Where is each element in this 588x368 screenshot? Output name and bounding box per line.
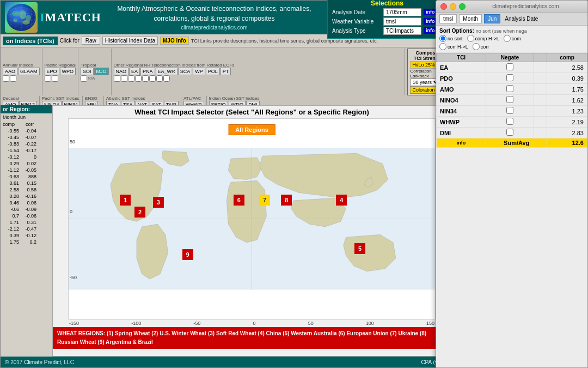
wp-check[interactable]: [149, 75, 156, 82]
maximize-btn[interactable]: [459, 3, 465, 10]
tci-table: TCI Negate comp EA 2.58 PDO 0.39 AMO 1.7…: [436, 53, 587, 148]
region-7-marker[interactable]: 7: [259, 195, 270, 206]
wpo-btn[interactable]: WPO: [60, 68, 76, 75]
left-sidebar: or Region: Month Jun comp corr -0.55-0.0…: [1, 105, 52, 323]
no-sort-radio[interactable]: [439, 35, 446, 42]
historical-btn[interactable]: Historical Index Data: [102, 37, 158, 45]
right-panel-table-container: TCI Negate comp EA 2.58 PDO 0.39 AMO 1.7…: [436, 53, 587, 148]
raw-btn[interactable]: Raw: [82, 37, 100, 45]
region-8-marker[interactable]: 8: [281, 195, 292, 206]
epo-check[interactable]: [45, 75, 51, 82]
region-1-marker[interactable]: 1: [120, 195, 131, 206]
sidebar-row: -0.83-0.22: [1, 141, 52, 147]
com-radio[interactable]: [504, 35, 511, 42]
y-label-neg50: -50: [70, 275, 77, 280]
sidebar-row: -0.120: [1, 154, 52, 160]
corr-radio[interactable]: [473, 43, 480, 50]
sort-options: Sort Options: no sort (use when nega no …: [436, 26, 587, 53]
ea-wr-check[interactable]: [135, 75, 142, 82]
sidebar-row: -1.12-0.05: [1, 167, 52, 173]
table-row: WHWP 2.19: [437, 117, 587, 128]
jun-btn[interactable]: Jun: [484, 14, 500, 23]
sca-check[interactable]: [142, 75, 149, 82]
table-row: NINO4 1.62: [437, 95, 587, 106]
table-row: EA 2.58: [437, 62, 587, 73]
ea-btn[interactable]: EA: [129, 68, 140, 75]
wp-btn[interactable]: WP: [193, 68, 205, 75]
analysis-date-info-btn[interactable]: info: [424, 9, 437, 15]
main-content: Wheat TCI Impact Selector (Select "All R…: [52, 105, 451, 357]
month-btn[interactable]: Month: [459, 14, 482, 23]
map-title: Wheat TCI Impact Selector (Select "All R…: [53, 106, 451, 118]
sidebar-row: 0.610.15: [1, 180, 52, 186]
all-regions-btn[interactable]: All Regions: [228, 124, 275, 135]
nao-btn[interactable]: NAO: [114, 68, 129, 75]
globe-icon: [5, 2, 38, 33]
sidebar-row: -0.45-0.07: [1, 134, 52, 141]
hi-lo-btn[interactable]: Hi/Lo 25%: [410, 61, 437, 69]
region-5-marker[interactable]: 5: [354, 243, 365, 254]
pol-check[interactable]: [156, 75, 163, 82]
ea-wr-btn[interactable]: EA_WR: [156, 68, 177, 75]
mjo-btn[interactable]: MJO info: [160, 37, 189, 45]
table-row: AMO 1.75: [437, 84, 587, 95]
negate-check-3[interactable]: [506, 96, 513, 103]
region-6-marker[interactable]: 6: [234, 195, 244, 206]
table-row: PDO 0.39: [437, 73, 587, 84]
y-label-0: 0: [70, 209, 72, 214]
right-panel: climatepredictanalytics.com tmsl Month J…: [436, 0, 588, 368]
pna-btn[interactable]: PNA: [140, 68, 155, 75]
pol-btn[interactable]: POL: [206, 68, 220, 75]
sidebar-row: 1.710.31: [1, 219, 52, 226]
ea-check[interactable]: [121, 75, 127, 82]
close-btn[interactable]: [440, 3, 447, 10]
aao-check[interactable]: [3, 75, 9, 82]
negate-check-1[interactable]: [506, 74, 513, 81]
nao-check[interactable]: [114, 75, 120, 82]
sidebar-row: 0.290.02: [1, 160, 52, 167]
mjo-idx-btn[interactable]: MJO: [94, 68, 109, 75]
field-btn[interactable]: tmsl: [439, 14, 457, 23]
pna-check[interactable]: [128, 75, 134, 82]
analysis-date-label: Analysis Date: [505, 16, 538, 22]
comp-hl-radio[interactable]: [467, 35, 474, 42]
negate-check-4[interactable]: [506, 107, 513, 114]
sidebar-row: 0.28-0.16: [1, 193, 52, 200]
soi-btn[interactable]: SOI: [81, 68, 94, 75]
sidebar-row: -0.55-0.04: [1, 128, 52, 134]
negate-check-0[interactable]: [506, 63, 513, 70]
aao-btn[interactable]: AAO: [3, 68, 17, 75]
negate-check-5[interactable]: [506, 118, 513, 125]
soi-check[interactable]: [81, 75, 87, 82]
svg-point-1: [12, 11, 21, 16]
negate-check-6[interactable]: [506, 129, 513, 136]
pt-check[interactable]: [163, 75, 170, 82]
epo-btn[interactable]: EPO: [45, 68, 59, 75]
glaam-btn[interactable]: GLAAM: [18, 68, 40, 75]
sca-btn[interactable]: SCA: [178, 68, 193, 75]
titlebar-url: climatepredictanalytics.com: [468, 3, 583, 9]
sidebar-row: -0.6-0.09: [1, 206, 52, 213]
region-4-marker[interactable]: 4: [336, 195, 347, 206]
svg-point-4: [13, 19, 17, 22]
right-panel-toolbar: tmsl Month Jun Analysis Date: [436, 13, 587, 26]
header-description: Monthly Atmospheric & Oceanic teleconnec…: [106, 4, 323, 32]
region-3-marker[interactable]: 3: [153, 197, 164, 208]
corr-hl-radio[interactable]: [439, 43, 446, 50]
info-btn[interactable]: info: [437, 138, 486, 148]
pt-btn[interactable]: PT: [220, 68, 231, 75]
glaam-check[interactable]: [10, 75, 16, 82]
minimize-btn[interactable]: [450, 3, 456, 10]
region-2-marker[interactable]: 2: [134, 207, 145, 218]
negate-check-2[interactable]: [506, 85, 513, 92]
sidebar-data-rows: -0.55-0.04-0.45-0.07-0.83-0.22-1.54-0.17…: [1, 128, 52, 245]
y-label-50: 50: [70, 139, 75, 144]
region-9-marker[interactable]: 9: [182, 249, 193, 260]
status-bar: © 2017 Climate Predict, LLC CPA (v1.2): [1, 357, 451, 367]
analysis-type-info-btn[interactable]: info: [424, 27, 437, 34]
wpo-check[interactable]: [52, 75, 58, 82]
weather-variable-info-btn[interactable]: info: [424, 18, 437, 25]
sidebar-header: or Region:: [1, 105, 52, 113]
table-row: DMI 2.83: [437, 128, 587, 138]
sidebar-row: 0.39-0.12: [1, 232, 52, 239]
